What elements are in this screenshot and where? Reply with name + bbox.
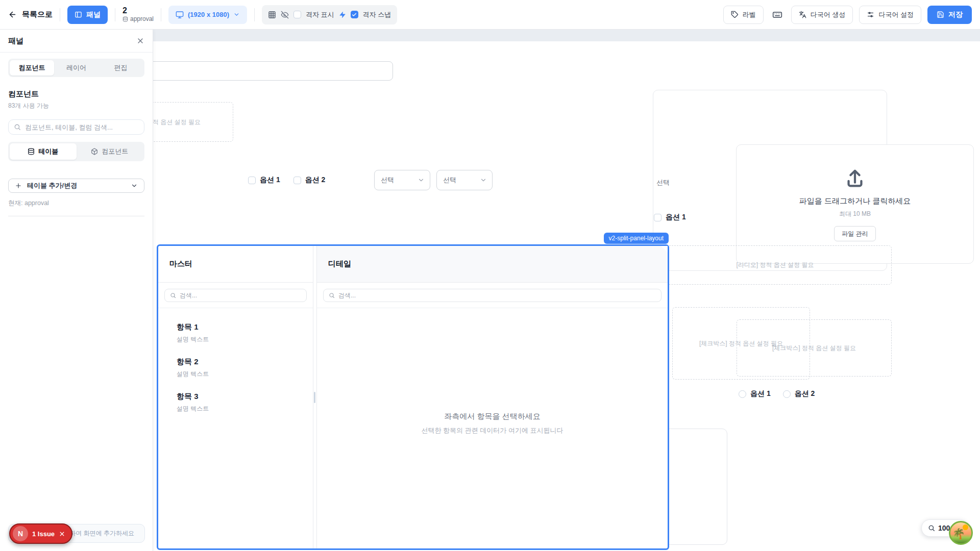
plus-icon — [15, 182, 22, 189]
save-button-text: 저장 — [948, 10, 963, 19]
checkbox-label: 옵션 2 — [305, 176, 326, 185]
chevron-down-icon — [418, 177, 425, 184]
checkbox-icon[interactable] — [248, 177, 256, 184]
document-info: 2 approval — [122, 6, 154, 22]
pane-splitter[interactable] — [313, 246, 317, 548]
detail-search-input[interactable] — [323, 289, 662, 302]
master-search-field[interactable] — [180, 292, 301, 299]
select-value: 선택 — [381, 176, 394, 185]
radio-option-2[interactable]: 옵션 2 — [783, 389, 815, 398]
grid-show-label: 격자 표시 — [306, 10, 334, 19]
toggle-component-label: 컴포넌트 — [102, 147, 128, 156]
back-button[interactable]: 목록으로 — [8, 10, 53, 19]
tab-layers[interactable]: 레이어 — [54, 60, 99, 76]
radio-icon[interactable] — [783, 390, 791, 398]
component-search-field[interactable] — [25, 123, 139, 131]
add-table-button[interactable]: 테이블 추가/변경 — [8, 179, 144, 193]
chevron-down-icon — [480, 177, 487, 184]
resize-notch[interactable] — [661, 246, 668, 253]
grid-show-checkbox[interactable] — [293, 11, 301, 18]
panel-title: 패널 — [8, 36, 23, 46]
label-button[interactable]: 라벨 — [723, 6, 764, 24]
toggle-component[interactable]: 컴포넌트 — [77, 143, 143, 160]
checkbox-label: 옵션 1 — [260, 176, 280, 185]
component-name-badge: v2-split-panel-layout — [604, 233, 669, 244]
database-icon — [28, 148, 35, 155]
canvas-radio-group: 옵션 1 옵션 2 — [739, 389, 815, 398]
detail-header: 디테일 — [317, 246, 668, 283]
save-button[interactable]: 저장 — [927, 6, 972, 24]
canvas-select-1[interactable]: 선택 — [374, 170, 430, 190]
i18n-generate-text: 다국어 생성 — [811, 10, 846, 19]
canvas-text-input[interactable] — [133, 61, 393, 81]
canvas-select-2[interactable]: 선택 — [436, 170, 493, 190]
detail-pane: 디테일 좌측에서 항목을 선택하세요 선택한 항목의 관련 데이터가 여기에 표… — [317, 246, 668, 548]
checkbox-option-1[interactable]: 옵션 1 — [248, 176, 280, 185]
checkbox-label: 옵션 1 — [666, 213, 686, 222]
i18n-settings-text: 다국어 설정 — [878, 10, 914, 19]
split-panel-component[interactable]: v2-split-panel-layout 마스터 항목 1 설명 텍스트 항목… — [157, 244, 669, 550]
chevron-down-icon — [131, 182, 138, 189]
empty-title: 좌측에서 항목을 선택하세요 — [444, 412, 540, 421]
placeholder-label: [체크박스] 정적 옵션 설정 필요 — [772, 344, 856, 353]
close-icon[interactable] — [136, 37, 144, 45]
divider — [8, 216, 144, 216]
splitter-handle-icon[interactable] — [314, 392, 315, 403]
divider — [254, 8, 255, 21]
issue-logo: N — [13, 526, 28, 541]
item-title: 항목 3 — [177, 392, 313, 402]
item-title: 항목 1 — [177, 322, 313, 332]
card-select-label[interactable]: 선택 — [656, 178, 670, 187]
back-label: 목록으로 — [22, 10, 53, 19]
detail-search-field[interactable] — [338, 292, 656, 299]
item-title: 항목 2 — [177, 357, 313, 367]
search-icon — [170, 292, 176, 298]
issue-badge[interactable]: N 1 Issue — [9, 523, 72, 544]
zoom-level: 100 — [938, 524, 950, 532]
lightning-icon — [339, 11, 346, 18]
master-search-input[interactable] — [164, 289, 307, 302]
radio-icon[interactable] — [739, 390, 746, 398]
upload-title: 파일을 드래그하거나 클릭하세요 — [799, 196, 911, 206]
component-search[interactable] — [8, 119, 144, 135]
list-item[interactable]: 항목 3 설명 텍스트 — [158, 392, 313, 427]
check-icon — [352, 12, 357, 17]
file-manage-button[interactable]: 파일 관리 — [834, 226, 875, 241]
screen: [셀렉트] 정적 옵션 설정 필요 옵션 1 옵션 2 선택 선택 선택 옵션 … — [0, 0, 980, 551]
list-item[interactable]: 항목 1 설명 텍스트 — [158, 322, 313, 357]
screen-size-selector[interactable]: (980 x 551) — [168, 6, 247, 24]
tab-components[interactable]: 컴포넌트 — [10, 60, 54, 76]
list-item[interactable]: 항목 2 설명 텍스트 — [158, 357, 313, 392]
panel-toggle-button[interactable]: 패널 — [67, 6, 108, 24]
search-icon — [329, 292, 335, 298]
table-badge: approval — [122, 16, 154, 23]
master-item-list: 항목 1 설명 텍스트 항목 2 설명 텍스트 항목 3 설명 텍스트 — [158, 308, 313, 427]
tag-icon — [731, 11, 739, 18]
radio-option-1[interactable]: 옵션 1 — [739, 389, 771, 398]
keyboard-shortcuts-button[interactable] — [770, 6, 785, 24]
canvas-radio-placeholder[interactable]: [라디오] 정적 옵션 설정 필요 — [658, 245, 892, 285]
panel-button-label: 패널 — [86, 10, 101, 19]
i18n-settings-button[interactable]: 다국어 설정 — [859, 6, 921, 24]
current-table-label: 현재: approval — [8, 199, 144, 208]
divider — [115, 8, 115, 21]
table-name: approval — [130, 16, 154, 23]
card-checkbox-option[interactable]: 옵션 1 — [654, 213, 686, 222]
i18n-generate-button[interactable]: 다국어 생성 — [791, 6, 853, 24]
document-number: 2 — [122, 6, 154, 15]
tab-edit[interactable]: 편집 — [99, 60, 143, 76]
label-button-text: 라벨 — [743, 10, 756, 19]
close-icon[interactable] — [59, 531, 65, 537]
canvas-checkbox-placeholder-2[interactable]: [체크박스] 정적 옵션 설정 필요 — [737, 319, 892, 377]
checkbox-option-2[interactable]: 옵션 2 — [293, 176, 326, 185]
radio-label: 옵션 1 — [750, 389, 771, 398]
panel-tab-bar: 컴포넌트 레이어 편집 — [8, 59, 144, 77]
island-emoji-badge[interactable]: 🌴 — [949, 521, 973, 545]
grid-snap-checkbox[interactable] — [351, 11, 358, 18]
grid-snap-label: 격자 스냅 — [363, 10, 391, 19]
checkbox-icon[interactable] — [654, 214, 662, 221]
checkbox-icon[interactable] — [293, 177, 301, 184]
toggle-table[interactable]: 테이블 — [10, 143, 77, 160]
arrow-left-icon — [8, 10, 17, 19]
search-icon — [14, 123, 21, 131]
